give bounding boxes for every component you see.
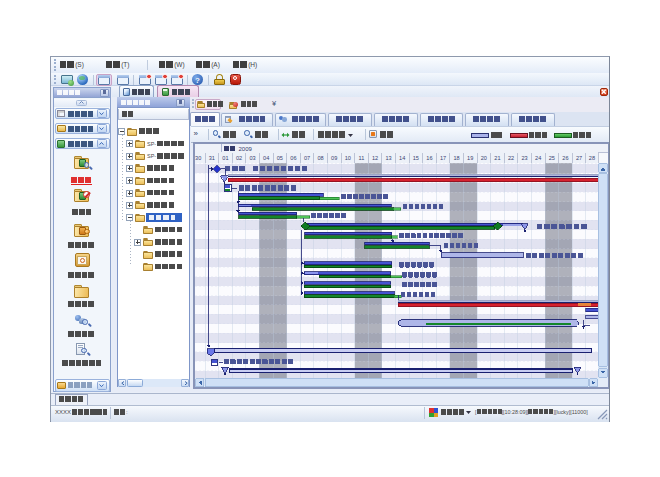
svg-text:03: 03 [249, 155, 255, 161]
svg-text:20: 20 [480, 155, 486, 161]
svg-text:21: 21 [494, 155, 500, 161]
svg-text:14: 14 [399, 155, 405, 161]
svg-text:28: 28 [588, 155, 594, 161]
svg-text:05: 05 [276, 155, 282, 161]
svg-text:26: 26 [562, 155, 568, 161]
svg-text:17: 17 [439, 155, 445, 161]
svg-text:11: 11 [358, 155, 364, 161]
svg-text:23: 23 [521, 155, 527, 161]
svg-text:10: 10 [344, 155, 350, 161]
svg-text:13: 13 [385, 155, 391, 161]
svg-text:01: 01 [222, 155, 228, 161]
svg-text:2009: 2009 [238, 145, 252, 151]
svg-text:30: 30 [195, 155, 201, 161]
svg-text:02: 02 [235, 155, 241, 161]
svg-text:31: 31 [208, 155, 214, 161]
svg-text:07: 07 [303, 155, 309, 161]
svg-text:06: 06 [290, 155, 296, 161]
svg-text:19: 19 [467, 155, 473, 161]
svg-text:09: 09 [331, 155, 337, 161]
svg-text:25: 25 [548, 155, 554, 161]
svg-text:08: 08 [317, 155, 323, 161]
svg-text:15: 15 [412, 155, 418, 161]
svg-text:24: 24 [535, 155, 541, 161]
svg-text:16: 16 [426, 155, 432, 161]
svg-text:04: 04 [263, 155, 269, 161]
svg-text:27: 27 [575, 155, 581, 161]
svg-text:18: 18 [453, 155, 459, 161]
svg-text:12: 12 [371, 155, 377, 161]
svg-text:22: 22 [507, 155, 513, 161]
